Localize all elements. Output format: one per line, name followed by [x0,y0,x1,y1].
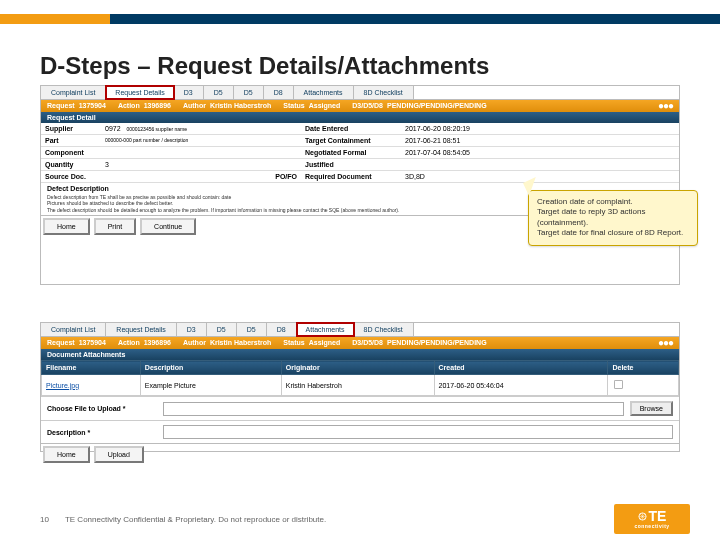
col-description: Description [140,361,281,375]
request-details-screenshot: Complaint List Request Details D3 D5 D5 … [40,85,680,285]
attachment-delete-cell [608,375,679,396]
accent-bar [0,14,720,24]
request-label: Request [47,102,75,110]
attachments-table: Filename Description Originator Created … [41,360,679,396]
part-value: 000000-000 part number / description [101,135,301,147]
home-button-2[interactable]: Home [43,446,90,463]
negotiated-formal-label: Negotiated Formal [301,147,401,159]
tab2-d8[interactable]: D8 [267,323,297,336]
supplier-label: Supplier [41,123,101,135]
tab-bar-bottom: Complaint List Request Details D3 D5 D5 … [41,323,679,337]
section-document-attachments: Document Attachments [41,349,679,360]
browse-button[interactable]: Browse [630,401,673,416]
tab-complaint-list[interactable]: Complaint List [41,86,106,99]
table-header-row: Filename Description Originator Created … [42,361,679,375]
component-label: Component [41,147,101,159]
status-label: Status [283,102,304,110]
attachment-originator: Kristin Haberstroh [281,375,434,396]
delete-checkbox[interactable] [614,380,623,389]
tab-attachments[interactable]: Attachments [294,86,354,99]
section-request-detail: Request Detail [41,112,679,123]
tab-d5a[interactable]: D5 [204,86,234,99]
tab2-d5a[interactable]: D5 [207,323,237,336]
tab-d3[interactable]: D3 [174,86,204,99]
col-originator: Originator [281,361,434,375]
target-containment-value: 2017-06-21 08:51 [401,135,679,147]
col-created: Created [434,361,608,375]
date-entered-value: 2017-06-20 08:20:19 [401,123,679,135]
continue-button[interactable]: Continue [140,218,196,235]
tab2-8d-checklist[interactable]: 8D Checklist [354,323,414,336]
quantity-value: 3 [101,159,301,171]
tab-bar-top: Complaint List Request Details D3 D5 D5 … [41,86,679,100]
status-dots-icon: ●●● [658,102,673,110]
component-value [101,147,301,159]
globe-icon [638,512,647,521]
col-filename: Filename [42,361,141,375]
page-title: D-Steps – Request Details/Attachments [40,52,489,80]
col-delete: Delete [608,361,679,375]
justified-value [401,159,679,171]
date-entered-label: Date Entered [301,123,401,135]
callout-line-2: Target date to reply 3D actions (contain… [537,207,689,228]
tab2-d5b[interactable]: D5 [237,323,267,336]
tab-8d-checklist[interactable]: 8D Checklist [354,86,414,99]
accent-orange [0,14,110,24]
tab2-request-details[interactable]: Request Details [106,323,176,336]
negotiated-formal-value: 2017-07-04 08:54:05 [401,147,679,159]
tab2-attachments[interactable]: Attachments [296,322,355,337]
te-logo: TE connectivity [614,504,690,534]
explanation-callout: Creation date of complaint. Target date … [528,190,698,246]
d-steps-status: PENDING/PENDING/PENDING [387,102,487,110]
tab2-d3[interactable]: D3 [177,323,207,336]
logo-bottom-row: connectivity [634,523,669,529]
d-steps-label: D3/D5/D8 [352,102,383,110]
request-detail-grid: Supplier 0972 0000123456 supplier name D… [41,123,679,183]
tab-d5b[interactable]: D5 [234,86,264,99]
attachments-screenshot: Complaint List Request Details D3 D5 D5 … [40,322,680,452]
upload-button[interactable]: Upload [94,446,144,463]
choose-file-input[interactable] [163,402,624,416]
home-button[interactable]: Home [43,218,90,235]
tab2-complaint-list[interactable]: Complaint List [41,323,106,336]
slide: D-Steps – Request Details/Attachments Co… [0,0,720,540]
attachment-filename-link[interactable]: Picture.jpg [42,375,141,396]
action-id: 1396896 [144,102,171,110]
source-doc-label: Source Doc. [41,171,101,183]
request-summary-bar: Request 1375904 Action 1396896 Author Kr… [41,100,679,112]
status-value: Assigned [309,102,341,110]
tab-request-details[interactable]: Request Details [105,85,174,100]
attachment-created: 2017-06-20 05:46:04 [434,375,608,396]
description-input[interactable] [163,425,673,439]
author-name: Kristin Haberstroh [210,102,271,110]
attachment-description: Example Picture [140,375,281,396]
description-row: Description * [41,420,679,443]
required-document-label: Required Document [301,171,401,183]
part-label: Part [41,135,101,147]
status-dots-icon-2: ●●● [658,339,673,347]
footer: 10 TE Connectivity Confidential & Propri… [0,504,720,534]
page-number: 10 [40,515,49,524]
author-label: Author [183,102,206,110]
request-id: 1375904 [79,102,106,110]
source-doc-value: PO/FO [101,171,301,183]
choose-file-row: Choose File to Upload * Browse [41,396,679,420]
description-label: Description * [47,429,157,436]
supplier-value: 0972 0000123456 supplier name [101,123,301,135]
required-document-value: 3D,8D [401,171,679,183]
logo-top-row: TE [638,509,667,523]
callout-line-3: Target date for final closure of 8D Repo… [537,228,689,238]
accent-blue [110,14,720,24]
action-label: Action [118,102,140,110]
quantity-label: Quantity [41,159,101,171]
callout-line-1: Creation date of complaint. [537,197,689,207]
request-summary-bar-2: Request 1375904 Action 1396896 Author Kr… [41,337,679,349]
choose-file-label: Choose File to Upload * [47,405,157,412]
target-containment-label: Target Containment [301,135,401,147]
table-row: Picture.jpg Example Picture Kristin Habe… [42,375,679,396]
justified-label: Justified [301,159,401,171]
attachments-button-row: Home Upload [41,443,679,465]
tab-d8[interactable]: D8 [264,86,294,99]
confidential-notice: TE Connectivity Confidential & Proprieta… [65,515,326,524]
print-button[interactable]: Print [94,218,136,235]
